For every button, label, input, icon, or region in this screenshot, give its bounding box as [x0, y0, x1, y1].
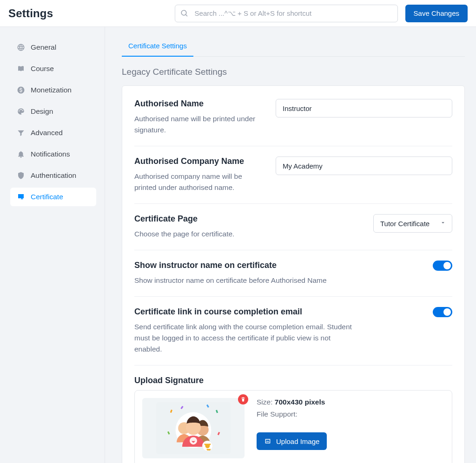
- upload-support: File Support:: [257, 410, 327, 418]
- sidebar-item-label: Authentication: [31, 171, 76, 180]
- sidebar-item-label: Certificate: [31, 193, 63, 201]
- setting-description: Send certificate link along with the cou…: [134, 321, 357, 355]
- sidebar-item-authentication[interactable]: Authentication: [10, 166, 96, 185]
- setting-description: Choose the page for certificate.: [134, 228, 357, 240]
- book-icon: [17, 65, 25, 73]
- sidebar-item-label: Monetization: [31, 86, 72, 94]
- save-changes-button[interactable]: Save Changes: [405, 5, 468, 22]
- row-upload-signature: Upload Signature: [134, 365, 452, 463]
- setting-description: Authorised name will be printed under si…: [134, 113, 259, 136]
- certificate-page-select[interactable]: Tutor Certificate: [373, 214, 452, 233]
- sidebar-item-certificate[interactable]: Certificate: [10, 188, 96, 206]
- cert-link-email-toggle[interactable]: [433, 307, 452, 317]
- search-input[interactable]: [175, 5, 398, 22]
- setting-title: Certificate link in course completion em…: [134, 307, 357, 317]
- app-header: Settings Save Changes: [0, 0, 476, 27]
- setting-title: Upload Signature: [134, 376, 452, 385]
- sidebar-item-label: Design: [31, 107, 53, 116]
- authorised-name-input[interactable]: [276, 99, 452, 117]
- content-area: Certificate Settings Legacy Certificate …: [105, 27, 476, 463]
- delete-signature-button[interactable]: [238, 394, 248, 404]
- sidebar-item-label: Course: [31, 65, 54, 73]
- sidebar-item-design[interactable]: Design: [10, 102, 96, 121]
- sidebar-item-notifications[interactable]: Notifications: [10, 145, 96, 163]
- chevron-down-icon: [440, 220, 446, 228]
- globe-icon: [17, 43, 25, 52]
- page-title: Settings: [8, 7, 53, 20]
- row-authorised-name: Authorised Name Authorised name will be …: [134, 91, 452, 146]
- sidebar-item-advanced[interactable]: Advanced: [10, 124, 96, 142]
- tab-bar: Certificate Settings: [122, 38, 465, 57]
- sidebar-item-monetization[interactable]: Monetization: [10, 81, 96, 99]
- sidebar-item-label: Advanced: [31, 129, 63, 137]
- sidebar-item-general[interactable]: General: [10, 38, 96, 57]
- dollar-icon: [17, 86, 25, 94]
- settings-panel: Authorised Name Authorised name will be …: [122, 85, 465, 463]
- certificate-icon: [17, 193, 25, 201]
- upload-size: Size: 700x430 pixels: [257, 398, 327, 406]
- settings-sidebar: General Course Monetization Design Advan…: [0, 27, 105, 463]
- sidebar-item-course[interactable]: Course: [10, 59, 96, 78]
- image-icon: [264, 437, 271, 445]
- setting-title: Authorised Company Name: [134, 157, 259, 166]
- row-certificate-page: Certificate Page Choose the page for cer…: [134, 204, 452, 250]
- setting-description: Show instructor name on certificate befo…: [134, 275, 357, 286]
- palette-icon: [17, 107, 25, 116]
- row-authorised-company: Authorised Company Name Authorised compa…: [134, 146, 452, 204]
- row-cert-link-email: Certificate link in course completion em…: [134, 297, 452, 365]
- search-field-wrap: [175, 5, 398, 22]
- signature-image: [156, 400, 231, 456]
- setting-title: Show instructor name on certificate: [134, 261, 357, 270]
- search-icon: [180, 9, 189, 18]
- shield-icon: [17, 171, 25, 180]
- show-instructor-toggle[interactable]: [433, 261, 452, 271]
- setting-description: Authorised company name will be printed …: [134, 171, 259, 193]
- select-value: Tutor Certificate: [380, 220, 430, 228]
- trash-icon: [240, 397, 246, 402]
- upload-signature-box: Size: 700x430 pixels File Support: Uploa…: [134, 390, 452, 463]
- sidebar-item-label: Notifications: [31, 150, 70, 158]
- signature-thumbnail: [142, 398, 245, 458]
- sidebar-item-label: General: [31, 43, 56, 52]
- tab-certificate-settings[interactable]: Certificate Settings: [122, 38, 193, 56]
- svg-point-11: [190, 437, 197, 444]
- setting-title: Certificate Page: [134, 214, 357, 224]
- bell-icon: [17, 150, 25, 158]
- section-title: Legacy Certificate Settings: [122, 67, 465, 77]
- authorised-company-input[interactable]: [276, 157, 452, 175]
- upload-info: Size: 700x430 pixels File Support: Uploa…: [257, 398, 327, 450]
- setting-title: Authorised Name: [134, 99, 259, 109]
- row-show-instructor-name: Show instructor name on certificate Show…: [134, 250, 452, 297]
- upload-image-button[interactable]: Upload Image: [257, 432, 327, 450]
- filter-icon: [17, 129, 25, 137]
